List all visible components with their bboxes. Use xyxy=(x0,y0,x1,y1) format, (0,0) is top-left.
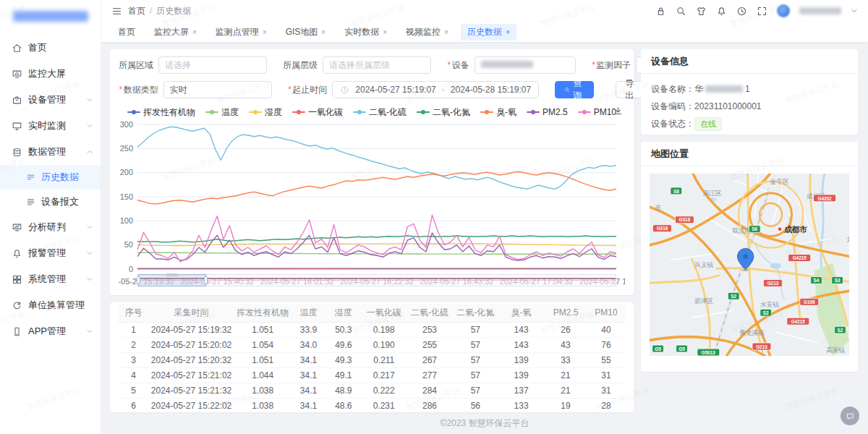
level-label: 所属层级 xyxy=(283,59,318,72)
chat-fab-button[interactable] xyxy=(841,407,859,425)
sidebar-item-报警管理[interactable]: 报警管理 xyxy=(0,240,101,266)
tab-GIS地图[interactable]: GIS地图× xyxy=(279,24,333,41)
legend-item-温度[interactable]: 温度 xyxy=(205,106,239,119)
sidebar-subitem-历史数据[interactable]: 历史数据 xyxy=(0,165,101,190)
table-cell: 19 xyxy=(544,398,587,412)
datazoom-handle-left[interactable] xyxy=(137,276,140,284)
legend-item-PM10[interactable]: PM10 xyxy=(578,107,616,117)
legend-item-臭-氧[interactable]: 臭-氧 xyxy=(480,106,516,119)
datatype-select[interactable]: 实时 xyxy=(163,81,272,98)
tab-close-icon[interactable]: × xyxy=(263,28,267,36)
sidebar-item-label: 分析研判 xyxy=(28,221,86,234)
legend-dot xyxy=(531,110,535,114)
download-icon[interactable] xyxy=(613,106,624,116)
sidebar-item-首页[interactable]: 首页 xyxy=(0,35,101,61)
table-cell: 26 xyxy=(544,322,587,337)
map[interactable]: 温江区金牛区成华区市双流区龙兴义镇新津区水安镇黄龙溪镇高家镇S8G318G318… xyxy=(650,174,849,356)
chevron-down-icon xyxy=(86,122,93,129)
legend-label: 二氧-化氮 xyxy=(433,106,470,119)
datazoom-window[interactable] xyxy=(138,274,206,286)
tab-监控大屏[interactable]: 监控大屏× xyxy=(148,24,203,41)
table-cell: 49.3 xyxy=(326,352,361,367)
legend-label: 湿度 xyxy=(265,106,282,119)
sidebar-item-label: 监控大屏 xyxy=(28,67,93,80)
legend-item-挥发性有机物[interactable]: 挥发性有机物 xyxy=(127,106,195,119)
sidebar-item-数据管理[interactable]: 数据管理 xyxy=(0,139,101,165)
breadcrumb-current: 历史数据 xyxy=(156,5,191,17)
sidebar-item-APP管理[interactable]: APP管理 xyxy=(0,318,101,344)
sidebar-item-系统管理[interactable]: 系统管理 xyxy=(0,266,101,292)
legend-marker xyxy=(249,111,262,113)
logo-redacted xyxy=(13,11,88,22)
table-cell: 277 xyxy=(407,367,452,383)
datazoom-grip[interactable] xyxy=(166,273,179,276)
tab-实时数据[interactable]: 实时数据× xyxy=(338,24,393,41)
table-cell: 34.1 xyxy=(291,398,326,412)
table-cell: 2024-05-27 15:21:02 xyxy=(148,367,234,383)
end-time[interactable]: 2024-05-28 15:19:07 xyxy=(451,85,531,95)
tab-close-icon[interactable]: × xyxy=(383,28,387,36)
table-row[interactable]: 52024-05-27 15:21:321.03834.148.90.22228… xyxy=(119,383,625,398)
legend-item-一氧化碳[interactable]: 一氧化碳 xyxy=(292,106,343,119)
datazoom-slider[interactable] xyxy=(137,274,616,286)
chevron-down-icon xyxy=(86,96,93,103)
datazoom-handle-right[interactable] xyxy=(204,276,208,284)
table-row[interactable]: 22024-05-27 15:20:021.05434.049.60.19025… xyxy=(119,337,625,352)
table-row[interactable]: 42024-05-27 15:21:021.04434.149.10.21727… xyxy=(119,367,625,383)
table-cell: 43 xyxy=(544,337,587,352)
legend-item-湿度[interactable]: 湿度 xyxy=(249,106,282,119)
legend-item-二氧-化硫[interactable]: 二氧-化硫 xyxy=(353,106,407,119)
table-row[interactable]: 62024-05-27 15:22:021.03834.148.60.23128… xyxy=(119,398,625,412)
tab-close-icon[interactable]: × xyxy=(321,28,326,36)
legend-item-二氧-化氮[interactable]: 二氧-化氮 xyxy=(417,106,470,119)
table-cell: 255 xyxy=(407,337,452,352)
sidebar-item-label: 首页 xyxy=(28,41,93,54)
sidebar-item-单位换算管理[interactable]: 单位换算管理 xyxy=(0,292,101,318)
device-info-title: 设备信息 xyxy=(641,49,858,74)
breadcrumb-home[interactable]: 首页 xyxy=(128,5,145,17)
sidebar-item-分析研判[interactable]: 分析研判 xyxy=(0,214,101,240)
hamburger-icon[interactable] xyxy=(111,6,122,17)
sidebar-item-label: APP管理 xyxy=(28,325,86,338)
table-row[interactable]: 32024-05-27 15:20:321.05134.149.30.21126… xyxy=(119,352,625,367)
tab-close-icon[interactable]: × xyxy=(192,28,197,36)
tab-历史数据[interactable]: 历史数据× xyxy=(461,24,516,41)
timerange-label: *起止时间 xyxy=(288,84,328,96)
start-time[interactable]: 2024-05-27 15:19:07 xyxy=(355,85,435,95)
svg-text:100: 100 xyxy=(120,216,133,225)
map-label: 高家镇 xyxy=(826,346,845,354)
search-button[interactable]: 查询 xyxy=(555,81,594,98)
sidebar-item-监控大屏[interactable]: 监控大屏 xyxy=(0,61,101,87)
legend-item-PM2.5[interactable]: PM2.5 xyxy=(527,107,568,117)
road-shield: G4215 xyxy=(787,318,809,325)
column-header: 二氧-化氮 xyxy=(453,304,498,322)
table-row[interactable]: 12024-05-27 15:19:321.05133.950.30.19825… xyxy=(119,322,625,337)
svg-text:G108: G108 xyxy=(804,299,815,305)
tab-close-icon[interactable]: × xyxy=(444,28,448,36)
tab-close-icon[interactable]: × xyxy=(506,28,510,36)
lock-icon[interactable] xyxy=(655,6,666,17)
sidebar-subitem-设备报文[interactable]: 设备报文 xyxy=(0,190,101,214)
legend-marker xyxy=(417,111,430,113)
road-shield: G5 xyxy=(676,345,688,352)
tab-视频监控[interactable]: 视频监控× xyxy=(399,24,455,41)
region-select[interactable]: 请选择 xyxy=(158,56,267,74)
sidebar-item-设备管理[interactable]: 设备管理 xyxy=(0,87,101,113)
header-actions xyxy=(655,4,858,17)
chevron-down-icon[interactable] xyxy=(851,7,858,14)
export-button[interactable]: 导出 xyxy=(616,81,643,98)
tab-首页[interactable]: 首页 xyxy=(111,24,142,41)
bell-icon[interactable] xyxy=(716,6,727,17)
fullscreen-icon[interactable] xyxy=(757,6,767,17)
clock-icon[interactable] xyxy=(736,6,747,17)
tab-监测点管理[interactable]: 监测点管理× xyxy=(209,24,273,41)
sidebar-item-实时监测[interactable]: 实时监测 xyxy=(0,113,101,139)
filter-region: 所属区域 请选择 xyxy=(119,56,267,74)
shirt-icon[interactable] xyxy=(696,6,707,17)
user-avatar[interactable] xyxy=(777,4,790,17)
line-chart[interactable]: 050100150200250300 xyxy=(119,120,618,273)
device-select[interactable] xyxy=(475,56,576,74)
level-select[interactable]: 请选择所属层级 xyxy=(323,56,431,74)
timerange-input[interactable]: 2024-05-27 15:19:07 - 2024-05-28 15:19:0… xyxy=(332,81,539,98)
search-icon[interactable] xyxy=(676,6,686,17)
